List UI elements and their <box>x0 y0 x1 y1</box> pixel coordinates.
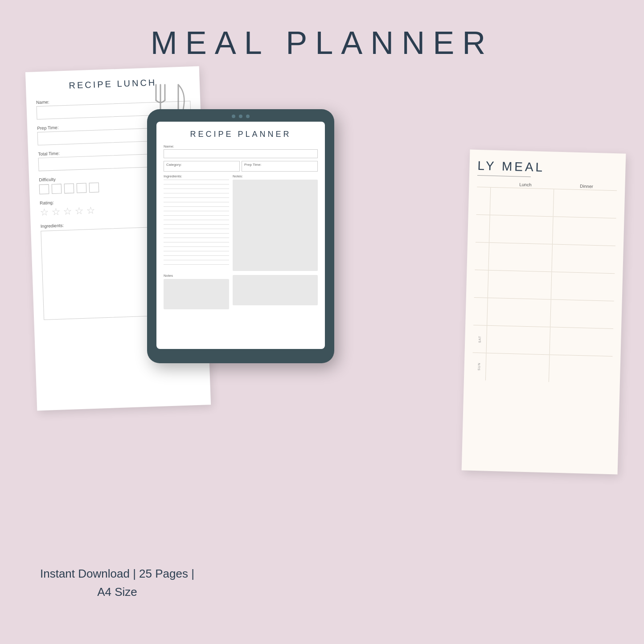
rp-line-2 <box>164 184 229 185</box>
tablet-camera-bar <box>232 109 250 122</box>
wm-row-2 <box>476 214 616 246</box>
wm-day-3 <box>475 242 489 270</box>
wm-dinner-2 <box>553 217 616 246</box>
wm-dinner-sat <box>550 327 614 356</box>
wm-rows: SAT SUN <box>472 187 617 384</box>
rp-line-19 <box>164 260 229 260</box>
rp-line-15 <box>164 242 229 242</box>
rp-line-17 <box>164 251 229 251</box>
weekly-meal-card: LY MEAL Lunch Dinner <box>462 150 626 475</box>
rp-lines <box>164 180 229 265</box>
rp-line-11 <box>164 224 229 225</box>
rp-line-8 <box>164 211 229 211</box>
star-4: ☆ <box>74 206 84 217</box>
wm-day-1 <box>476 187 491 215</box>
rp-line-7 <box>164 206 229 207</box>
rp-bottom-row: Notes <box>164 274 318 309</box>
star-2: ☆ <box>51 207 61 217</box>
rp-notes-col: Notes: <box>233 174 318 271</box>
rp-line-16 <box>164 246 229 247</box>
rp-line-18 <box>164 255 229 256</box>
rp-line-5 <box>164 197 229 198</box>
rp-line-1 <box>164 180 229 180</box>
bottom-info-line2: A4 Size <box>97 585 137 599</box>
diff-box-4 <box>77 183 87 193</box>
rp-ingredients-col: Ingredients: <box>164 174 229 271</box>
wm-lunch-2 <box>489 215 554 244</box>
rp-notes-bottom2 <box>233 274 318 309</box>
wm-dinner-5 <box>550 299 614 328</box>
wm-day-sat: SAT <box>473 325 487 353</box>
rp-line-9 <box>164 215 229 216</box>
wm-lunch-3 <box>488 243 553 272</box>
tablet-device: RECIPE PLANNER Name: Category: Prep Time… <box>147 109 334 363</box>
bottom-info-line1: Instant Download | 25 Pages | <box>40 567 194 580</box>
rp-line-12 <box>164 229 229 229</box>
rp-bottom-notes-label: Notes <box>164 274 229 278</box>
wm-row-5 <box>473 297 614 328</box>
weekly-meal-title: LY MEAL <box>469 150 626 179</box>
rp-line-14 <box>164 238 229 238</box>
rp-notes-label: Notes: <box>233 174 318 178</box>
rp-ingredients-label: Ingredients: <box>164 174 229 178</box>
rp-content-row: Ingredients: <box>164 174 318 271</box>
rp-two-col: Category: Prep Time: <box>164 161 318 172</box>
star-3: ☆ <box>63 207 72 217</box>
rp-prep-time-col: Prep Time: <box>242 161 318 172</box>
rp-name-label: Name: <box>164 144 318 148</box>
wm-lunch-1 <box>490 188 554 217</box>
wm-dinner-header: Dinner <box>556 183 617 190</box>
wm-day-2 <box>476 215 490 242</box>
wm-lunch-header: Lunch <box>495 181 556 188</box>
wm-dinner-1 <box>554 189 617 218</box>
wm-lunch-sun <box>485 353 550 382</box>
wm-day-4 <box>474 270 488 298</box>
rp-line-20 <box>164 264 229 265</box>
wm-day-sun: SUN <box>472 353 486 381</box>
diff-box-1 <box>39 184 49 194</box>
rp-notes-bottom-area <box>164 279 229 309</box>
wm-dinner-4 <box>551 272 615 301</box>
wm-lunch-4 <box>488 271 552 299</box>
wm-lunch-5 <box>487 298 551 327</box>
rp-line-4 <box>164 193 229 193</box>
rp-name-input <box>164 149 318 158</box>
rp-line-6 <box>164 202 229 202</box>
wm-lunch-sat <box>486 326 551 355</box>
star-1: ☆ <box>40 207 49 217</box>
diff-box-5 <box>89 182 99 193</box>
diff-box-2 <box>52 184 62 194</box>
rp-notes-bottom: Notes <box>164 274 229 309</box>
camera-dot-1 <box>232 115 235 118</box>
rp-line-13 <box>164 233 229 234</box>
diff-box-3 <box>64 183 74 193</box>
wm-day-col-header <box>477 181 495 186</box>
rp-category-col: Category: <box>164 161 240 172</box>
camera-dot-3 <box>246 115 250 118</box>
wm-dinner-3 <box>552 244 615 273</box>
main-title: MEAL PLANNER <box>0 0 644 61</box>
rp-name-row: Name: <box>164 144 318 158</box>
wm-day-5 <box>473 298 488 325</box>
wm-row-1 <box>476 187 617 218</box>
star-5: ☆ <box>86 206 95 216</box>
wm-row-3 <box>475 242 615 273</box>
rp-line-10 <box>164 220 229 220</box>
rp-notes-area <box>233 180 318 271</box>
wm-row-4 <box>474 270 615 301</box>
rp-line-3 <box>164 189 229 189</box>
wm-row-sat: SAT <box>473 325 614 356</box>
bottom-info-text: Instant Download | 25 Pages | A4 Size <box>40 565 194 602</box>
rp-notes-bottom2-area <box>233 275 318 305</box>
wm-dinner-sun <box>549 355 613 384</box>
wm-row-sun: SUN <box>472 353 613 384</box>
camera-dot-2 <box>239 115 242 118</box>
recipe-planner-title: RECIPE PLANNER <box>164 130 318 139</box>
tablet-screen: RECIPE PLANNER Name: Category: Prep Time… <box>156 122 325 349</box>
